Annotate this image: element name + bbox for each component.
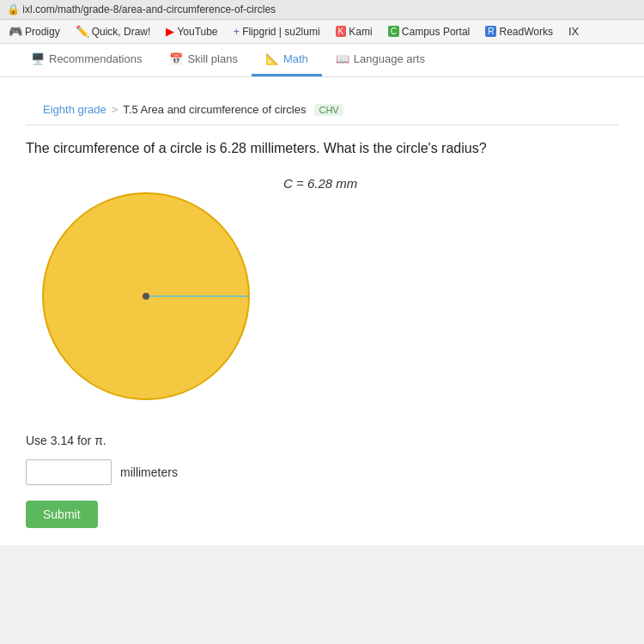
content-divider bbox=[26, 125, 618, 125]
bookmark-flipgrid[interactable]: + Flipgrid | su2lumi bbox=[230, 23, 324, 39]
bookmarks-bar: 🎮 Prodigy ✏️ Quick, Draw! ▶ YouTube + Fl… bbox=[0, 20, 644, 44]
skill-plans-icon: 📅 bbox=[169, 52, 183, 65]
unit-label: millimeters bbox=[120, 465, 178, 479]
formula-label: C = 6.28 mm bbox=[266, 176, 357, 191]
breadcrumb-separator: > bbox=[112, 103, 118, 116]
bookmark-youtube[interactable]: ▶ YouTube bbox=[162, 23, 221, 39]
bookmark-campus[interactable]: C Campus Portal bbox=[385, 24, 474, 39]
circle-diagram bbox=[26, 176, 266, 416]
bookmark-readworks[interactable]: R ReadWorks bbox=[482, 24, 556, 39]
recommendations-icon: 🖥️ bbox=[31, 52, 45, 65]
bookmark-quickdraw[interactable]: ✏️ Quick, Draw! bbox=[72, 23, 155, 39]
tab-language-arts[interactable]: 📖 Language arts bbox=[322, 44, 439, 76]
submit-button[interactable]: Submit bbox=[26, 501, 98, 528]
breadcrumb-current: T.5 Area and circumference of circles bbox=[123, 103, 306, 116]
breadcrumb-parent[interactable]: Eighth grade bbox=[43, 103, 106, 116]
main-content: Eighth grade > T.5 Area and circumferenc… bbox=[0, 77, 644, 545]
chv-badge: CHV bbox=[314, 104, 343, 116]
tab-math[interactable]: 📐 Math bbox=[252, 44, 322, 76]
tab-recommendations[interactable]: 🖥️ Recommendations bbox=[17, 44, 155, 76]
language-arts-icon: 📖 bbox=[336, 52, 349, 65]
bookmark-prodigy[interactable]: 🎮 Prodigy bbox=[5, 23, 64, 39]
pi-note: Use 3.14 for π. bbox=[26, 434, 618, 447]
answer-input-row: millimeters bbox=[26, 459, 618, 485]
question-text: The circumference of a circle is 6.28 mi… bbox=[26, 138, 618, 159]
svg-point-2 bbox=[143, 293, 149, 300]
bookmark-kami[interactable]: K Kami bbox=[332, 24, 376, 39]
tab-skill-plans[interactable]: 📅 Skill plans bbox=[155, 44, 252, 76]
answer-input[interactable] bbox=[26, 459, 112, 485]
math-icon: 📐 bbox=[265, 52, 279, 65]
circle-svg bbox=[26, 176, 266, 416]
address-bar: 🔒 ixl.com/math/grade-8/area-and-circumfe… bbox=[0, 0, 644, 20]
ixl-nav: 🖥️ Recommendations 📅 Skill plans 📐 Math … bbox=[0, 44, 644, 77]
breadcrumb: Eighth grade > T.5 Area and circumferenc… bbox=[26, 94, 618, 125]
diagram-area: C = 6.28 mm bbox=[26, 176, 618, 416]
bookmark-ixl[interactable]: IX bbox=[565, 23, 582, 39]
